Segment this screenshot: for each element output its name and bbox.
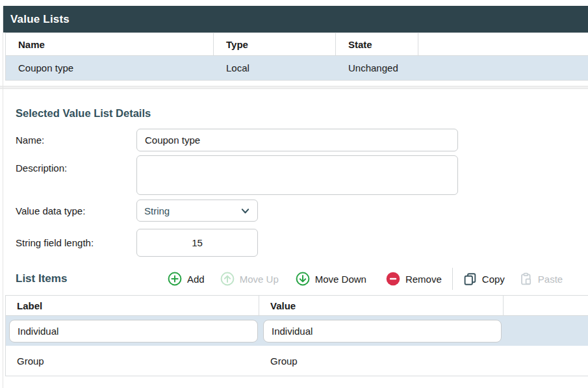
list-item-row-group[interactable]: Group Group <box>6 346 588 376</box>
move-up-button[interactable]: Move Up <box>220 272 279 286</box>
value-data-type-label: Value data type: <box>16 205 136 216</box>
label-cell-input[interactable] <box>9 320 258 343</box>
column-header-name[interactable]: Name <box>6 33 214 55</box>
details-section-heading: Selected Value List Details <box>16 107 588 120</box>
paste-icon <box>519 272 533 286</box>
list-items-toolbar: Add Move Up Move Down Remove Copy <box>168 268 563 290</box>
remove-button[interactable]: Remove <box>386 272 442 286</box>
page-title: Value Lists <box>10 13 70 26</box>
value-lists-table-header: Name Type State <box>6 32 588 56</box>
name-input[interactable] <box>136 129 458 151</box>
details-form: Name: Description: Value data type: Stri… <box>16 129 588 257</box>
list-item-row-individual[interactable] <box>6 316 588 346</box>
move-down-circle-icon <box>296 272 310 286</box>
name-label: Name: <box>16 135 136 146</box>
description-input[interactable] <box>136 155 458 195</box>
panel-left-edge <box>3 6 3 388</box>
table-row-coupon-type[interactable]: Coupon type Local Unchanged <box>6 56 588 81</box>
string-field-length-label: String field length: <box>16 237 136 248</box>
column-header-empty <box>504 296 588 315</box>
add-button[interactable]: Add <box>168 272 205 286</box>
move-down-button[interactable]: Move Down <box>296 272 366 286</box>
value-data-type-selected: String <box>144 205 240 216</box>
cell-label: Group <box>6 356 259 367</box>
string-field-length-input[interactable] <box>136 229 258 257</box>
copy-button[interactable]: Copy <box>463 272 505 286</box>
add-circle-icon <box>168 272 182 286</box>
value-data-type-select[interactable]: String <box>136 200 258 222</box>
panel-titlebar: Value Lists <box>3 6 588 32</box>
column-header-value[interactable]: Value <box>259 296 504 315</box>
section-splitter <box>0 86 588 89</box>
list-items-table-header: Label Value <box>6 295 588 316</box>
paste-button[interactable]: Paste <box>519 272 563 286</box>
move-up-circle-icon <box>220 272 235 286</box>
value-cell-input[interactable] <box>263 320 502 343</box>
chevron-down-icon <box>240 206 250 216</box>
list-items-table: Label Value Group Group <box>5 295 588 376</box>
value-lists-table: Name Type State Coupon type Local Unchan… <box>5 32 588 81</box>
list-items-heading: List Items <box>16 272 168 285</box>
cell-name: Coupon type <box>6 62 214 73</box>
column-header-label[interactable]: Label <box>6 296 259 315</box>
column-header-type[interactable]: Type <box>214 33 336 55</box>
column-header-empty <box>418 33 588 55</box>
copy-icon <box>463 272 477 286</box>
cell-type: Local <box>214 62 336 73</box>
cell-state: Unchanged <box>336 62 418 73</box>
toolbar-divider <box>452 268 453 290</box>
cell-value: Group <box>259 356 504 367</box>
column-header-state[interactable]: State <box>336 33 418 55</box>
remove-circle-icon <box>386 272 400 286</box>
description-label: Description: <box>16 155 136 174</box>
